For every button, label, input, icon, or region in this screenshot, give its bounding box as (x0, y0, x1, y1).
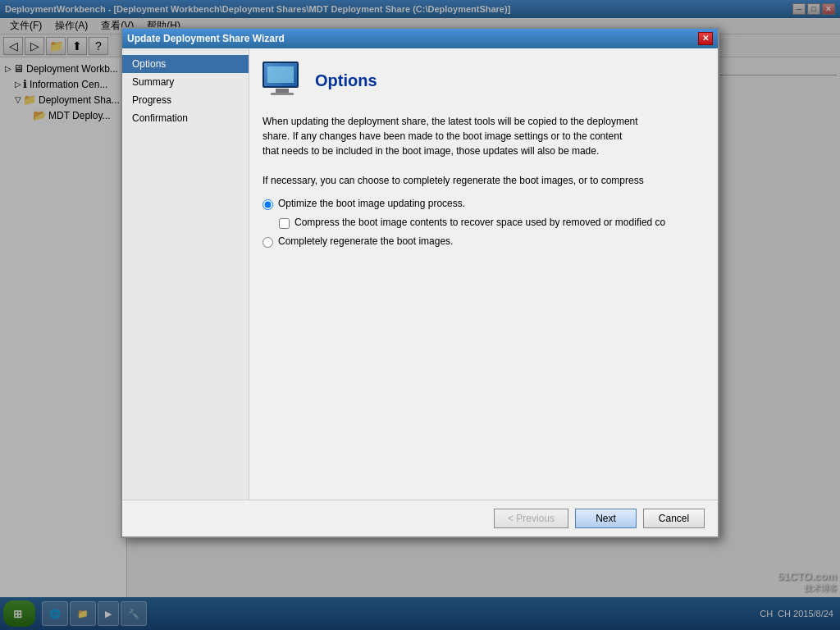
computer-icon (262, 62, 302, 101)
radio-optimize-label: Optimize the boot image updating process… (278, 198, 465, 209)
radio-item-regenerate: Completely regenerate the boot images. (262, 235, 705, 248)
dialog-nav: Options Summary Progress Confirmation (122, 48, 249, 500)
desc-line1: When updating the deployment share, the … (262, 116, 638, 127)
dialog-options-title: Options (315, 71, 377, 90)
radio-regenerate[interactable] (262, 237, 273, 248)
radio-optimize[interactable] (262, 199, 273, 210)
radio-regenerate-label: Completely regenerate the boot images. (278, 235, 453, 247)
checkbox-compress-label: Compress the boot image contents to reco… (294, 217, 665, 228)
checkbox-compress[interactable] (279, 218, 290, 229)
desc-line5: If necessary, you can choose to complete… (262, 175, 644, 186)
next-button[interactable]: Next (575, 509, 637, 528)
dialog-close-button[interactable]: ✕ (698, 32, 713, 45)
radio-group: Optimize the boot image updating process… (262, 198, 705, 248)
nav-item-progress[interactable]: Progress (122, 91, 249, 109)
previous-button[interactable]: < Previous (494, 509, 568, 528)
dialog-title-text: Update Deployment Share Wizard (127, 33, 285, 44)
dialog-overlay: Update Deployment Share Wizard ✕ Options… (0, 0, 840, 630)
wizard-dialog: Update Deployment Share Wizard ✕ Options… (121, 27, 719, 538)
desc-line2: share. If any changes have been made to … (262, 130, 622, 142)
dialog-main-content: Options When updating the deployment sha… (249, 48, 718, 500)
cancel-button[interactable]: Cancel (643, 509, 705, 528)
dialog-description: When updating the deployment share, the … (262, 114, 705, 188)
desc-line3: that needs to be included in the boot im… (262, 145, 599, 157)
dialog-header: Options (262, 62, 705, 101)
nav-item-summary[interactable]: Summary (122, 73, 249, 91)
dialog-footer: < Previous Next Cancel (122, 500, 718, 536)
checkbox-item-compress: Compress the boot image contents to reco… (279, 217, 705, 229)
nav-item-confirmation[interactable]: Confirmation (122, 109, 249, 127)
nav-item-options[interactable]: Options (122, 55, 249, 73)
dialog-title-bar: Update Deployment Share Wizard ✕ (122, 29, 718, 48)
radio-item-optimize: Optimize the boot image updating process… (262, 198, 705, 210)
dialog-body: Options Summary Progress Confirmation (122, 48, 718, 500)
